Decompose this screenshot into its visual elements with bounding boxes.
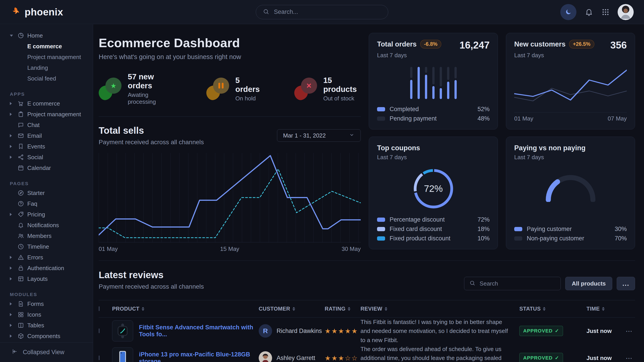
theme-toggle-button[interactable] — [560, 4, 576, 20]
sidebar-item-e-commerce[interactable]: E commerce — [0, 41, 93, 52]
order-bar — [447, 67, 449, 99]
new-customers-line-chart — [514, 65, 627, 110]
sidebar-item-components[interactable]: Components — [0, 331, 93, 342]
stat-label: Out of stock — [323, 95, 361, 102]
legend-swatch — [514, 227, 522, 231]
sidebar-section-pages: PAGES — [10, 181, 93, 186]
column-header-product[interactable]: PRODUCT — [112, 306, 259, 312]
legend-label: Paying customer — [527, 226, 572, 233]
sidebar-item-label: Pricing — [27, 211, 45, 218]
pie-icon — [18, 32, 27, 39]
sidebar-collapse-toggle[interactable]: Collapsed View — [0, 342, 93, 362]
sidebar-item-e-commerce[interactable]: E commerce — [0, 98, 93, 109]
sidebar-item-icons[interactable]: Icons — [0, 309, 93, 320]
caret-down-icon — [10, 35, 18, 37]
legend-value: 18% — [478, 226, 490, 233]
column-header-time[interactable]: TIME — [586, 306, 624, 312]
sidebar-item-project-management[interactable]: Project management — [0, 52, 93, 62]
file-icon — [18, 301, 27, 307]
column-header-status[interactable]: STATUS — [519, 306, 586, 312]
apps-menu-button[interactable] — [602, 8, 610, 16]
notifications-button[interactable] — [584, 7, 594, 16]
paying-period: Last 7 days — [514, 154, 627, 161]
sidebar-item-landing[interactable]: Landing — [0, 62, 93, 73]
warning-icon — [18, 254, 27, 261]
sidebar-item-label: Starter — [27, 190, 45, 197]
sidebar-item-faq[interactable]: Faq — [0, 198, 93, 209]
question-icon — [18, 200, 27, 207]
bookmark-icon — [18, 143, 27, 150]
sidebar-item-calendar[interactable]: Calendar — [0, 163, 93, 173]
legend-value: 48% — [478, 115, 490, 122]
check-icon: ✓ — [555, 328, 559, 334]
table-row: iPhone 13 pro max-Pacific Blue-128GB sto… — [99, 345, 635, 362]
legend-label: Completed — [390, 106, 419, 113]
chevron-down-icon — [349, 132, 355, 139]
customer-avatar — [259, 351, 272, 362]
more-options-button[interactable]: ... — [617, 277, 635, 290]
table-header-row: PRODUCT CUSTOMER RATING REVIEW STATUS TI… — [99, 300, 635, 318]
row-checkbox[interactable] — [99, 329, 100, 333]
sidebar-item-home[interactable]: Home — [0, 30, 93, 41]
row-actions-button[interactable]: ⋯ — [624, 354, 635, 362]
bell-icon — [18, 222, 27, 229]
total-sells-x-axis: 01 May15 May30 May — [99, 246, 361, 252]
order-bar — [432, 67, 434, 99]
reviews-search-input[interactable] — [479, 280, 556, 287]
product-link[interactable]: iPhone 13 pro max-Pacific Blue-128GB sto… — [139, 351, 259, 362]
clipboard-icon — [18, 111, 27, 118]
new-customers-card: New customers +26.5% 356 Last 7 days 01 … — [506, 33, 635, 129]
sidebar-item-pricing[interactable]: Pricing — [0, 209, 93, 220]
review-time: Just now — [586, 328, 624, 335]
sidebar-item-tables[interactable]: Tables — [0, 320, 93, 331]
global-search-input[interactable] — [274, 8, 381, 16]
reviews-search[interactable] — [464, 277, 561, 290]
tag-icon — [18, 211, 27, 218]
column-header-customer[interactable]: CUSTOMER — [259, 306, 325, 312]
sidebar-item-events[interactable]: Events — [0, 141, 93, 152]
paying-gauge-chart — [542, 171, 600, 202]
column-header-rating[interactable]: RATING — [325, 306, 360, 312]
navbar-actions — [560, 4, 634, 20]
new-customers-value: 356 — [610, 40, 627, 50]
sidebar-item-label: Notifications — [27, 222, 59, 229]
legend-swatch — [377, 227, 385, 231]
sidebar-item-starter[interactable]: Starter — [0, 188, 93, 198]
sidebar-item-social[interactable]: Social — [0, 152, 93, 163]
product-thumbnail — [112, 321, 133, 342]
column-header-review[interactable]: REVIEW — [360, 306, 519, 312]
brand-logo[interactable]: phoenix — [12, 6, 63, 18]
mail-icon — [18, 132, 27, 139]
sidebar-item-social-feed[interactable]: Social feed — [0, 73, 93, 84]
legend-label: Fixed card discount — [390, 226, 442, 233]
sidebar-item-label: Authentication — [27, 265, 64, 272]
select-all-checkbox[interactable] — [99, 306, 100, 311]
sidebar-item-project-management[interactable]: Project management — [0, 109, 93, 120]
paying-legend: Paying customer 30% Non-paying customer … — [514, 226, 627, 242]
sidebar-item-notifications[interactable]: Notifications — [0, 220, 93, 231]
dashboard-cards: Total orders -6.8% 16,247 Last 7 days — [369, 33, 635, 252]
sidebar-item-timeline[interactable]: Timeline — [0, 241, 93, 252]
sidebar-item-members[interactable]: Members — [0, 231, 93, 241]
legend-label: Pending payment — [390, 115, 436, 122]
sidebar-item-chat[interactable]: Chat — [0, 120, 93, 130]
sidebar-item-email[interactable]: Email — [0, 130, 93, 141]
legend-value: 52% — [478, 106, 490, 113]
all-products-button[interactable]: All products — [565, 277, 612, 290]
global-search[interactable] — [256, 5, 388, 19]
total-orders-legend: Completed 52% Pending payment 48% — [377, 106, 490, 122]
stat-on-hold: 5 orders On hold — [206, 76, 261, 102]
sort-icon — [292, 307, 295, 311]
date-range-select[interactable]: Mar 1 - 31, 2022 — [277, 129, 361, 142]
row-actions-button[interactable]: ⋯ — [624, 327, 635, 335]
user-avatar[interactable] — [618, 4, 634, 20]
row-checkbox[interactable] — [99, 356, 100, 360]
total-orders-bar-chart — [377, 67, 490, 99]
sidebar-item-layouts[interactable]: Layouts — [0, 274, 93, 284]
sidebar-item-authentication[interactable]: Authentication — [0, 263, 93, 274]
product-link[interactable]: Fitbit Sense Advanced Smartwatch with To… — [139, 324, 259, 338]
sidebar-item-forms[interactable]: Forms — [0, 299, 93, 309]
new-customers-title: New customers — [514, 40, 566, 48]
legend-non-paying-customer: Non-paying customer 70% — [514, 235, 627, 242]
sidebar-item-errors[interactable]: Errors — [0, 252, 93, 263]
